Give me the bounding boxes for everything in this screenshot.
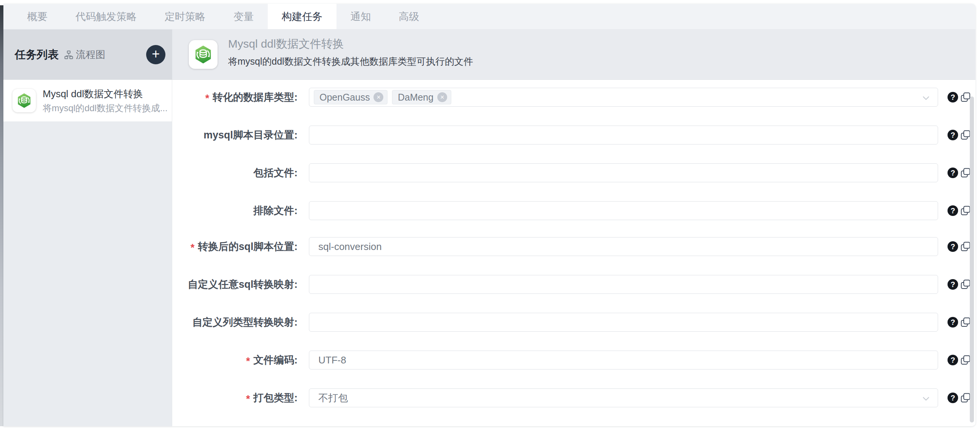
form-row-package-type: * 打包类型: 不打包 ? [172, 388, 975, 407]
help-icon[interactable]: ? [948, 317, 958, 328]
chevron-down-icon [920, 92, 932, 104]
tab-advanced[interactable]: 高级 [385, 4, 433, 29]
task-icon-tile [13, 89, 36, 112]
form-row-mysql-script-dir: mysql脚本目录位置: ? [172, 126, 975, 144]
tab-variables[interactable]: 变量 [220, 4, 268, 29]
help-icon[interactable]: ? [948, 241, 958, 252]
remove-tag-icon[interactable]: × [438, 92, 447, 102]
flowchart-icon [64, 50, 74, 60]
task-detail-header: Mysql ddl数据文件转换 将mysql的ddl数据文件转换成其他数据库类型… [172, 29, 975, 80]
exclude-files-input[interactable] [309, 201, 938, 220]
collapsed-nav-sliver [0, 5, 3, 426]
field-label: 排除文件: [253, 201, 298, 220]
field-label: 包括文件: [253, 163, 298, 182]
mysql-script-dir-input[interactable] [309, 126, 938, 144]
task-item-subtitle: 将mysql的ddl数据文件转换成... [43, 102, 167, 114]
file-encoding-input[interactable] [309, 350, 938, 369]
tag-label: DaMeng [398, 92, 434, 103]
form-row-file-encoding: * 文件编码: ? [172, 350, 975, 369]
tab-bar: 概要 代码触发策略 定时策略 变量 构建任务 通知 高级 [3, 4, 975, 29]
selected-tag[interactable]: DaMeng × [392, 90, 451, 104]
vertical-scrollbar[interactable] [970, 96, 974, 422]
tab-build-tasks[interactable]: 构建任务 [268, 4, 336, 29]
sql-output-path-input[interactable] [309, 237, 938, 256]
required-marker: * [205, 90, 209, 104]
add-task-button[interactable]: + [146, 45, 165, 64]
custom-sql-mapping-input[interactable] [309, 275, 938, 294]
page: 概要 代码触发策略 定时策略 变量 构建任务 通知 高级 任务列表 [0, 0, 980, 430]
task-item-title: Mysql ddl数据文件转换 [43, 87, 167, 101]
selected-tag[interactable]: OpenGauss × [314, 90, 387, 104]
task-list: Mysql ddl数据文件转换 将mysql的ddl数据文件转换成... [3, 80, 172, 426]
task-detail-title: Mysql ddl数据文件转换 [228, 36, 344, 52]
tab-schedule-policy[interactable]: 定时策略 [151, 4, 220, 29]
flowchart-label: 流程图 [76, 48, 105, 61]
app-window: 概要 代码触发策略 定时策略 变量 构建任务 通知 高级 任务列表 [3, 4, 975, 426]
package-type-select[interactable]: 不打包 [309, 388, 938, 407]
form-row-exclude-files: 排除文件: ? [172, 201, 975, 220]
help-icon[interactable]: ? [948, 168, 958, 178]
task-list-title: 任务列表 [15, 47, 59, 62]
remove-tag-icon[interactable]: × [374, 92, 383, 102]
db-convert-icon [193, 44, 213, 65]
required-marker: * [246, 353, 250, 367]
field-label: 自定义列类型转换映射: [192, 313, 298, 332]
task-list-item[interactable]: Mysql ddl数据文件转换 将mysql的ddl数据文件转换成... [3, 80, 172, 121]
include-files-input[interactable] [309, 163, 938, 182]
chevron-down-icon [920, 393, 932, 404]
field-label: * 转化的数据库类型: [205, 88, 298, 107]
required-marker: * [246, 391, 250, 405]
field-label: * 文件编码: [246, 350, 298, 369]
form-row-sql-output-path: * 转换后的sql脚本位置: ? [172, 237, 975, 256]
column-type-mapping-input[interactable] [309, 313, 938, 332]
form-row-column-type-mapping: 自定义列类型转换映射: ? [172, 313, 975, 332]
help-icon[interactable]: ? [948, 130, 958, 140]
tab-summary[interactable]: 概要 [13, 4, 62, 29]
db-types-multiselect[interactable]: OpenGauss × DaMeng × [309, 88, 938, 107]
flowchart-link[interactable]: 流程图 [64, 48, 105, 61]
field-label: mysql脚本目录位置: [204, 126, 298, 144]
field-label: 自定义任意sql转换映射: [188, 275, 298, 294]
required-marker: * [190, 240, 194, 254]
field-label: * 打包类型: [246, 388, 298, 407]
tag-label: OpenGauss [320, 92, 370, 103]
db-convert-icon [16, 92, 32, 109]
help-icon[interactable]: ? [948, 205, 958, 216]
task-list-header: 任务列表 流程图 + [3, 29, 172, 80]
task-icon-tile [189, 40, 218, 69]
tab-notifications[interactable]: 通知 [336, 4, 385, 29]
task-detail-description: 将mysql的ddl数据文件转换成其他数据库类型可执行的文件 [228, 55, 473, 68]
form-row-include-files: 包括文件: ? [172, 163, 975, 182]
package-type-value: 不打包 [318, 392, 348, 404]
form-row-custom-sql-mapping: 自定义任意sql转换映射: ? [172, 275, 975, 294]
help-icon[interactable]: ? [948, 279, 958, 290]
help-icon[interactable]: ? [948, 355, 958, 365]
tab-code-trigger-policy[interactable]: 代码触发策略 [62, 4, 151, 29]
help-icon[interactable]: ? [948, 92, 958, 102]
field-label: * 转换后的sql脚本位置: [190, 237, 298, 256]
form-row-db-types: * 转化的数据库类型: OpenGauss × DaMeng × ? [172, 88, 975, 107]
help-icon[interactable]: ? [948, 393, 958, 403]
